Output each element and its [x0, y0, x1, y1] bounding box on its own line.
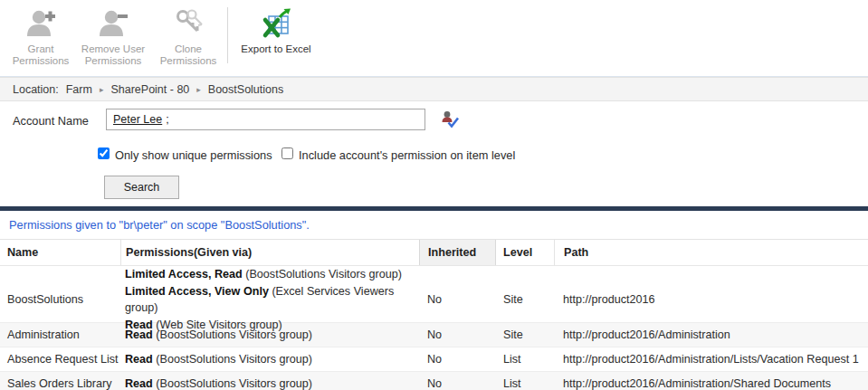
permission-name: Read	[125, 353, 153, 366]
cell-path: http://product2016/Administration/Shared…	[554, 377, 868, 390]
cell-permissions: Read (BoostSolutions Visitors group)	[120, 376, 419, 390]
account-name-label: Account Name	[13, 114, 89, 128]
cell-permissions: Read (BoostSolutions Visitors group)	[120, 351, 419, 368]
excel-icon	[261, 6, 291, 41]
breadcrumb-item-farm[interactable]: Farm	[66, 83, 92, 96]
cell-inherited: No	[419, 328, 496, 341]
table-row: BoostSolutions Limited Access, Read (Boo…	[0, 266, 868, 322]
cell-name: Sales Orders Library	[0, 377, 120, 390]
breadcrumb: Location: Farm ▸ SharePoint - 80 ▸ Boost…	[0, 77, 868, 101]
account-name-input[interactable]: Peter Lee;	[106, 109, 425, 130]
cell-name: Absence Request List	[0, 353, 120, 366]
toolbar: Grant Permissions Remove User Permission…	[0, 0, 868, 77]
column-header-path[interactable]: Path	[554, 240, 868, 265]
cell-inherited: No	[419, 353, 496, 366]
breadcrumb-item-sharepoint-80[interactable]: SharePoint - 80	[110, 83, 189, 96]
permission-name: Limited Access, View Only	[125, 285, 269, 298]
cell-inherited: No	[419, 377, 496, 390]
picker-suffix: ;	[166, 113, 168, 126]
clone-permissions-label: Clone Permissions	[152, 43, 224, 67]
grant-permissions-label: Grant Permissions	[7, 43, 74, 67]
only-unique-permissions-checkbox[interactable]	[98, 147, 110, 159]
permission-name: Read	[125, 328, 153, 341]
cell-path: http://product2016/Administration	[554, 328, 868, 341]
resolved-account-entry[interactable]: Peter Lee	[113, 113, 162, 126]
only-unique-permissions-label: Only show unique permissions	[115, 148, 272, 162]
toolbar-separator	[227, 7, 228, 63]
check-names-icon[interactable]	[440, 109, 460, 129]
table-body: BoostSolutions Limited Access, Read (Boo…	[0, 266, 868, 390]
chevron-right-icon: ▸	[196, 85, 201, 94]
column-header-inherited[interactable]: Inherited	[419, 240, 496, 265]
cell-level: List	[496, 377, 554, 390]
table-row: Sales Orders Library Read (BoostSolution…	[0, 371, 868, 390]
keys-icon	[171, 6, 205, 41]
permission-via: (BoostSolutions Visitors group)	[243, 268, 402, 281]
chevron-right-icon: ▸	[100, 85, 104, 94]
person-remove-icon	[96, 6, 130, 41]
breadcrumb-item-boostsolutions[interactable]: BoostSolutions	[208, 83, 283, 96]
permission-via: (BoostSolutions Visitors group)	[153, 353, 312, 366]
column-header-level[interactable]: Level	[496, 240, 554, 265]
cell-permissions: Limited Access, Read (BoostSolutions Vis…	[120, 266, 419, 333]
cell-permissions: Read (BoostSolutions Visitors group)	[120, 327, 419, 344]
location-label: Location:	[13, 83, 59, 96]
remove-user-permissions-button[interactable]: Remove User Permissions	[74, 0, 152, 67]
column-header-permissions[interactable]: Permissions(Given via)	[120, 240, 419, 265]
permission-name: Limited Access, Read	[125, 268, 243, 281]
cell-level: Site	[496, 328, 554, 341]
cell-name: Administration	[0, 328, 120, 341]
column-header-name[interactable]: Name	[0, 240, 120, 265]
results-message: Permissions given to "br\peter" on scope…	[0, 212, 868, 238]
permission-via: (BoostSolutions Visitors group)	[153, 328, 312, 341]
permission-via: (BoostSolutions Visitors group)	[153, 377, 312, 390]
export-to-excel-label: Export to Excel	[241, 43, 310, 55]
grant-permissions-button[interactable]: Grant Permissions	[7, 0, 74, 67]
search-button[interactable]: Search	[104, 176, 179, 199]
include-item-level-label: Include account's permission on item lev…	[299, 148, 515, 162]
person-add-icon	[24, 6, 58, 41]
table-row: Absence Request List Read (BoostSolution…	[0, 347, 868, 371]
section-divider-bar	[0, 206, 868, 211]
permissions-table: Name Permissions(Given via) Inherited Le…	[0, 239, 868, 390]
table-row: Administration Read (BoostSolutions Visi…	[0, 322, 868, 347]
cell-level: Site	[496, 293, 554, 306]
export-to-excel-button[interactable]: Export to Excel	[231, 0, 321, 55]
cell-inherited: No	[419, 293, 496, 306]
cell-path: http://product2016/Administration/Lists/…	[554, 353, 868, 366]
cell-name: BoostSolutions	[0, 293, 120, 306]
clone-permissions-button[interactable]: Clone Permissions	[152, 0, 224, 67]
permission-name: Read	[125, 377, 153, 390]
table-header-row: Name Permissions(Given via) Inherited Le…	[0, 240, 868, 266]
include-item-level-checkbox[interactable]	[281, 147, 293, 159]
cell-level: List	[496, 353, 554, 366]
remove-user-permissions-label: Remove User Permissions	[74, 43, 152, 67]
cell-path: http://product2016	[554, 293, 868, 306]
